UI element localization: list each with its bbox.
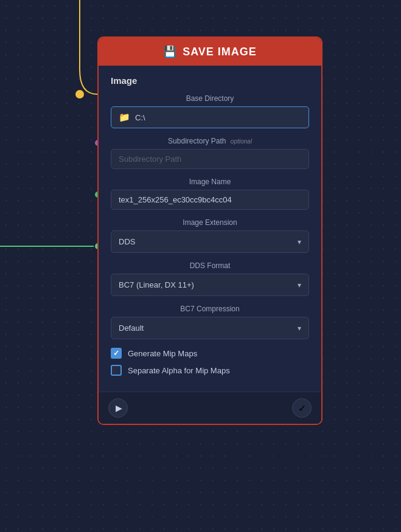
card-footer: ▶ ✓: [99, 392, 321, 424]
image-extension-label: Image Extension: [111, 218, 309, 227]
base-directory-group: Base Directory 📁: [111, 94, 309, 128]
folder-icon: 📁: [119, 112, 130, 123]
bc7-compression-group: BC7 Compression Default ▾: [111, 305, 309, 339]
image-name-group: Image Name: [111, 178, 309, 210]
generate-mip-maps-checkbox[interactable]: ✓: [111, 348, 122, 359]
bc7-compression-select[interactable]: Default ▾: [111, 317, 309, 339]
section-label: Image: [111, 75, 309, 86]
image-name-label: Image Name: [111, 178, 309, 186]
dds-format-label: DDS Format: [111, 261, 309, 270]
subdirectory-input-wrapper[interactable]: [111, 149, 309, 169]
card-title: SAVE IMAGE: [183, 46, 257, 58]
bc7-compression-value: Default: [119, 323, 144, 333]
play-icon: ▶: [116, 403, 122, 413]
save-icon: 💾: [163, 45, 176, 58]
bc7-compression-label: BC7 Compression: [111, 305, 309, 313]
image-extension-select[interactable]: DDS ▾: [111, 230, 309, 253]
image-name-input-wrapper[interactable]: [111, 190, 309, 210]
subdirectory-label: Subdirectory Path optional: [111, 137, 309, 145]
play-button[interactable]: ▶: [108, 398, 128, 418]
generate-mip-maps-row: ✓ Generate Mip Maps: [111, 348, 309, 359]
separate-alpha-checkbox[interactable]: [111, 365, 122, 376]
confirm-button[interactable]: ✓: [292, 398, 312, 418]
chevron-down-icon-3: ▾: [298, 324, 301, 333]
dds-format-group: DDS Format BC7 (Linear, DX 11+) ▾: [111, 261, 309, 296]
checkmark-icon: ✓: [113, 349, 119, 358]
image-name-input[interactable]: [119, 195, 301, 204]
separate-alpha-row: Separate Alpha for Mip Maps: [111, 365, 309, 376]
dds-format-value: BC7 (Linear, DX 11+): [119, 280, 194, 289]
dds-format-select-wrapper: BC7 (Linear, DX 11+) ▾: [111, 274, 309, 296]
generate-mip-maps-label: Generate Mip Maps: [128, 349, 197, 358]
connector-dot-yellow: [75, 90, 84, 98]
base-directory-label: Base Directory: [111, 94, 309, 103]
subdirectory-group: Subdirectory Path optional: [111, 137, 309, 169]
subdirectory-input[interactable]: [119, 154, 301, 164]
card-body: Image Base Directory 📁 Subdirectory Path…: [99, 66, 321, 392]
check-icon: ✓: [298, 402, 306, 414]
image-extension-group: Image Extension DDS ▾: [111, 218, 309, 253]
image-extension-value: DDS: [119, 237, 135, 246]
dds-format-select[interactable]: BC7 (Linear, DX 11+) ▾: [111, 274, 309, 296]
card-header: 💾 SAVE IMAGE: [99, 38, 321, 66]
image-extension-select-wrapper: DDS ▾: [111, 230, 309, 253]
chevron-down-icon-2: ▾: [298, 281, 301, 289]
base-directory-input-wrapper[interactable]: 📁: [111, 106, 309, 128]
base-directory-input[interactable]: [135, 113, 301, 122]
optional-tag: optional: [231, 138, 252, 145]
chevron-down-icon: ▾: [298, 238, 301, 246]
save-image-card: 💾 SAVE IMAGE Image Base Directory 📁 Subd…: [97, 36, 323, 425]
separate-alpha-label: Separate Alpha for Mip Maps: [128, 366, 230, 375]
bc7-compression-select-wrapper: Default ▾: [111, 317, 309, 339]
